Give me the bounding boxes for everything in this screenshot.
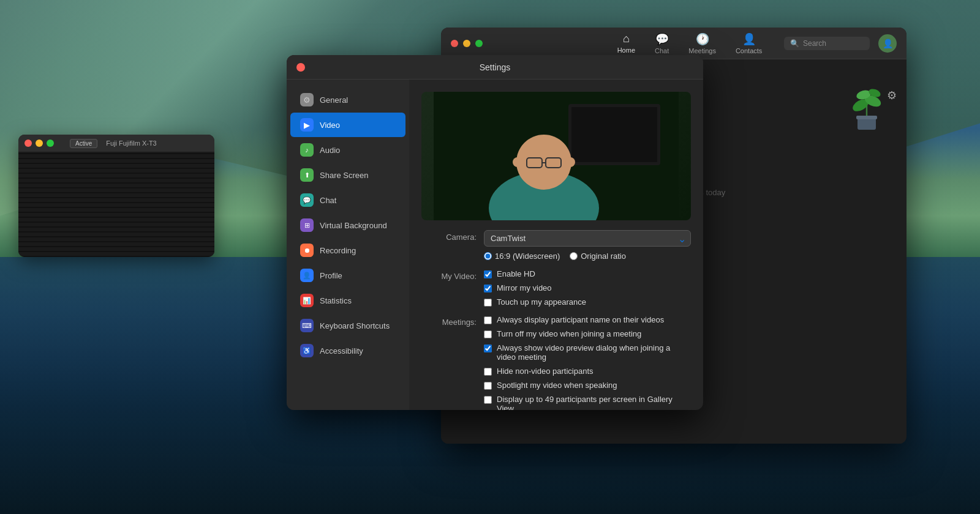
zoom-search-bar[interactable]: 🔍 Search: [784, 37, 870, 50]
sidebar-item-audio[interactable]: ♪ Audio: [290, 138, 405, 162]
zoom-traffic-lights: [451, 40, 483, 47]
sidebar-item-general[interactable]: ⚙ General: [290, 88, 405, 112]
enable-hd-option[interactable]: Enable HD: [484, 269, 691, 278]
gear-button[interactable]: ⚙: [887, 89, 897, 102]
sidebar-item-profile[interactable]: 👤 Profile: [290, 263, 405, 288]
ratio-widescreen[interactable]: 16:9 (Widescreen): [484, 251, 560, 261]
search-icon: 🔍: [790, 39, 799, 48]
sidebar-item-recording[interactable]: ⏺ Recording: [290, 238, 405, 263]
audio-icon: ♪: [300, 143, 314, 157]
nav-meetings[interactable]: 🕐 Meetings: [688, 32, 716, 54]
aspect-ratio-group: 16:9 (Widescreen) Original ratio: [484, 251, 691, 261]
svg-rect-1: [856, 116, 877, 119]
nav-home[interactable]: ⌂ Home: [617, 32, 635, 54]
zoom-minimize-btn[interactable]: [463, 40, 470, 47]
camera-close-btn[interactable]: [24, 140, 32, 147]
sidebar-label-profile: Profile: [320, 271, 342, 280]
sidebar-item-chat[interactable]: 💬 Chat: [290, 188, 405, 212]
sidebar-item-video[interactable]: ▶ Video: [290, 113, 405, 137]
video-feed: [421, 92, 691, 220]
preview-video-content: [421, 92, 691, 220]
statistics-icon: 📊: [300, 294, 314, 307]
my-video-row: My Video: Enable HD Mirror my video Touc…: [421, 269, 691, 307]
settings-window: Settings ⚙ General ▶ Video ♪ Audio ⬆ Sha…: [287, 55, 703, 410]
spotlight-option[interactable]: Spotlight my video when speaking: [484, 381, 691, 390]
ratio-original-input[interactable]: [570, 252, 578, 260]
meetings-content: Always display participant name on their…: [484, 315, 691, 410]
camera-select[interactable]: CamTwist FaceTime HD Camera Fuji Fujifil…: [484, 230, 691, 247]
gallery-49-checkbox[interactable]: [484, 396, 492, 404]
video-preview-area: [421, 92, 691, 220]
spotlight-checkbox[interactable]: [484, 382, 492, 390]
mirror-video-checkbox[interactable]: [484, 285, 492, 292]
enable-hd-label: Enable HD: [497, 269, 535, 278]
nav-contacts-label: Contacts: [736, 47, 762, 54]
touch-up-checkbox[interactable]: [484, 299, 492, 307]
share-screen-icon: ⬆: [300, 168, 314, 182]
camera-window: Active Fuji Fujifilm X-T3: [18, 135, 214, 257]
camera-titlebar: Active Fuji Fujifilm X-T3: [18, 135, 214, 152]
sidebar-label-statistics: Statistics: [320, 296, 352, 305]
nav-chat-label: Chat: [655, 47, 669, 54]
mirror-video-label: Mirror my video: [497, 283, 552, 292]
settings-sidebar: ⚙ General ▶ Video ♪ Audio ⬆ Share Screen…: [287, 80, 409, 410]
my-video-content: Enable HD Mirror my video Touch up my ap…: [484, 269, 691, 307]
settings-body: ⚙ General ▶ Video ♪ Audio ⬆ Share Screen…: [287, 80, 703, 410]
svg-point-13: [565, 157, 575, 167]
show-preview-option[interactable]: Always show video preview dialog when jo…: [484, 343, 691, 362]
sidebar-item-accessibility[interactable]: ♿ Accessibility: [290, 338, 405, 363]
sidebar-item-statistics[interactable]: 📊 Statistics: [290, 288, 405, 313]
camera-window-title: Fuji Fujifilm X-T3: [106, 140, 157, 147]
settings-title: Settings: [480, 62, 511, 72]
camera-content: CamTwist FaceTime HD Camera Fuji Fujifil…: [484, 230, 691, 261]
enable-hd-checkbox[interactable]: [484, 270, 492, 278]
search-placeholder: Search: [803, 39, 826, 48]
svg-point-12: [513, 157, 522, 167]
hide-non-video-option[interactable]: Hide non-video participants: [484, 367, 691, 376]
sidebar-label-share-screen: Share Screen: [320, 171, 369, 180]
sidebar-label-virtual-bg: Virtual Background: [320, 221, 387, 230]
home-icon: ⌂: [623, 32, 630, 45]
camera-active-badge: Active: [70, 139, 97, 148]
camera-maximize-btn[interactable]: [47, 140, 54, 147]
virtual-bg-icon: ⊞: [300, 218, 314, 232]
ratio-widescreen-input[interactable]: [484, 252, 492, 260]
settings-titlebar: Settings: [287, 55, 703, 80]
hide-non-video-checkbox[interactable]: [484, 368, 492, 376]
camera-minimize-btn[interactable]: [36, 140, 43, 147]
chat-icon: 💬: [655, 32, 669, 46]
user-avatar[interactable]: 👤: [878, 34, 897, 53]
nav-chat[interactable]: 💬 Chat: [655, 32, 669, 54]
nav-meetings-label: Meetings: [688, 47, 716, 54]
sidebar-item-share-screen[interactable]: ⬆ Share Screen: [290, 163, 405, 187]
turn-off-video-checkbox[interactable]: [484, 330, 492, 338]
sidebar-item-virtual-bg[interactable]: ⊞ Virtual Background: [290, 213, 405, 237]
plant-decoration: [845, 78, 894, 139]
contacts-icon: 👤: [742, 32, 756, 46]
show-preview-label: Always show video preview dialog when jo…: [497, 343, 691, 362]
my-video-label: My Video:: [421, 269, 477, 281]
ratio-original[interactable]: Original ratio: [570, 251, 626, 261]
sidebar-label-chat: Chat: [320, 196, 336, 205]
zoom-maximize-btn[interactable]: [475, 40, 483, 47]
settings-close-btn[interactable]: [296, 63, 305, 72]
zoom-close-btn[interactable]: [451, 40, 458, 47]
sidebar-label-recording: Recording: [320, 246, 356, 255]
camera-select-wrapper[interactable]: CamTwist FaceTime HD Camera Fuji Fujifil…: [484, 230, 691, 247]
mirror-video-option[interactable]: Mirror my video: [484, 283, 691, 292]
display-name-checkbox[interactable]: [484, 316, 492, 324]
spotlight-label: Spotlight my video when speaking: [497, 381, 617, 390]
video-settings-panel: Camera: CamTwist FaceTime HD Camera Fuji…: [409, 80, 703, 410]
gallery-49-option[interactable]: Display up to 49 participants per screen…: [484, 395, 691, 410]
sidebar-label-audio: Audio: [320, 146, 340, 155]
sidebar-item-keyboard[interactable]: ⌨ Keyboard Shortcuts: [290, 313, 405, 338]
meetings-icon: 🕐: [696, 32, 709, 46]
meetings-label: Meetings:: [421, 315, 477, 327]
nav-contacts[interactable]: 👤 Contacts: [736, 32, 762, 54]
sidebar-label-general: General: [320, 95, 348, 105]
show-preview-checkbox[interactable]: [484, 345, 492, 352]
turn-off-video-option[interactable]: Turn off my video when joining a meeting: [484, 329, 691, 338]
svg-rect-9: [571, 107, 657, 162]
display-name-option[interactable]: Always display participant name on their…: [484, 315, 691, 324]
touch-up-option[interactable]: Touch up my appearance: [484, 297, 691, 307]
